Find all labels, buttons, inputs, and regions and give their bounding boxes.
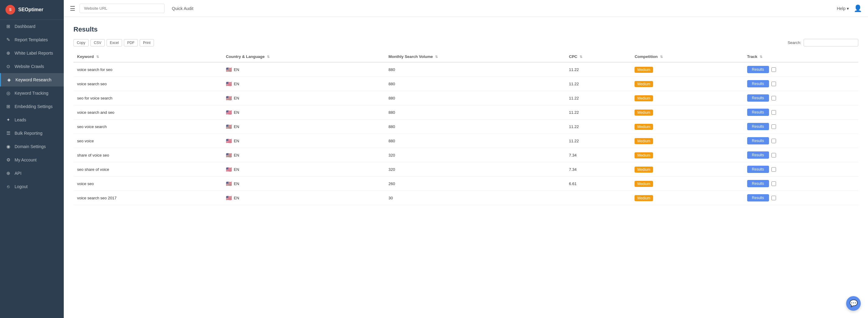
flag-icon: 🇺🇸	[226, 138, 232, 144]
main-area: ☰ Quick Audit Help ▾ 👤 Results CopyCSVEx…	[64, 0, 868, 318]
competition-cell: Medium	[631, 162, 743, 177]
sort-icon[interactable]: ⇅	[660, 55, 663, 59]
track-checkbox[interactable]	[771, 67, 776, 72]
keyword-cell: share of voice seo	[73, 148, 222, 162]
results-button[interactable]: Results	[747, 80, 769, 87]
user-icon[interactable]: 👤	[854, 5, 862, 12]
track-checkbox[interactable]	[771, 82, 776, 86]
bulk-reporting-icon: ☰	[5, 130, 11, 136]
search-area: Search:	[787, 39, 858, 46]
col-cpc: CPC ⇅	[565, 51, 631, 62]
track-checkbox[interactable]	[771, 196, 776, 200]
cpc-cell: 11.22	[565, 77, 631, 91]
sidebar-item-keyword-research[interactable]: ◈ Keyword Research	[0, 73, 64, 87]
topbar-right: Help ▾ 👤	[837, 5, 862, 12]
keyword-tracking-icon: ◎	[5, 90, 11, 96]
track-checkbox[interactable]	[771, 139, 776, 143]
track-checkbox[interactable]	[771, 110, 776, 115]
dashboard-icon: ⊞	[5, 24, 11, 29]
sidebar-item-logout[interactable]: ⎋ Logout	[0, 180, 64, 193]
sidebar-item-leads[interactable]: ✦ Leads	[0, 113, 64, 127]
results-button[interactable]: Results	[747, 166, 769, 173]
sidebar-item-white-label-reports[interactable]: ⊕ White Label Reports	[0, 46, 64, 60]
sidebar-item-keyword-tracking[interactable]: ◎ Keyword Tracking	[0, 87, 64, 100]
website-crawls-icon: ⊙	[5, 64, 11, 69]
sidebar-item-api[interactable]: ⊕ API	[0, 167, 64, 180]
flag-icon: 🇺🇸	[226, 95, 232, 101]
country-cell: 🇺🇸EN	[222, 191, 385, 205]
keyword-cell: voice search for seo	[73, 62, 222, 77]
sort-icon[interactable]: ⇅	[96, 55, 99, 59]
sidebar-label-website-crawls: Website Crawls	[14, 64, 44, 69]
quick-audit-button[interactable]: Quick Audit	[169, 4, 196, 13]
help-button[interactable]: Help ▾	[837, 6, 849, 11]
track-cell: Results	[744, 105, 858, 120]
results-button[interactable]: Results	[747, 108, 769, 116]
results-button[interactable]: Results	[747, 137, 769, 145]
sidebar-label-leads: Leads	[14, 118, 26, 122]
track-checkbox[interactable]	[771, 96, 776, 100]
competition-badge: Medium	[634, 195, 653, 201]
toolbar-pdf-button[interactable]: PDF	[124, 39, 138, 46]
keyword-cell: voice seo	[73, 177, 222, 191]
domain-settings-icon: ◉	[5, 144, 11, 149]
competition-cell: Medium	[631, 134, 743, 148]
volume-cell: 880	[385, 91, 565, 105]
api-icon: ⊕	[5, 170, 11, 176]
sidebar-label-logout: Logout	[14, 184, 28, 189]
competition-badge: Medium	[634, 109, 653, 116]
sidebar-label-embedding-settings: Embedding Settings	[14, 104, 53, 109]
cpc-cell: 7.34	[565, 162, 631, 177]
sort-icon[interactable]: ⇅	[435, 55, 438, 59]
search-input[interactable]	[804, 39, 858, 46]
content-area: Results CopyCSVExcelPDFPrint Search: Key…	[64, 17, 868, 318]
competition-badge: Medium	[634, 138, 653, 144]
report-templates-icon: ✎	[5, 37, 11, 42]
sidebar: S SEOptimer ⊞ Dashboard ✎ Report Templat…	[0, 0, 64, 318]
table-row: voice search seo🇺🇸EN88011.22Medium Resul…	[73, 77, 858, 91]
sidebar-item-website-crawls[interactable]: ⊙ Website Crawls	[0, 60, 64, 73]
menu-icon[interactable]: ☰	[70, 5, 75, 12]
results-button[interactable]: Results	[747, 94, 769, 102]
volume-cell: 260	[385, 177, 565, 191]
results-button[interactable]: Results	[747, 180, 769, 187]
toolbar-print-button[interactable]: Print	[140, 39, 154, 46]
toolbar-excel-button[interactable]: Excel	[106, 39, 122, 46]
toolbar-copy-button[interactable]: Copy	[73, 39, 89, 46]
results-button[interactable]: Results	[747, 123, 769, 130]
results-button[interactable]: Results	[747, 66, 769, 73]
results-button[interactable]: Results	[747, 151, 769, 159]
sidebar-item-dashboard[interactable]: ⊞ Dashboard	[0, 20, 64, 33]
sidebar-item-my-account[interactable]: ⚙ My Account	[0, 153, 64, 167]
competition-badge: Medium	[634, 67, 653, 73]
sort-icon[interactable]: ⇅	[580, 55, 582, 59]
embedding-settings-icon: ⊞	[5, 104, 11, 109]
track-checkbox[interactable]	[771, 182, 776, 186]
table-row: seo voice search🇺🇸EN88011.22Medium Resul…	[73, 120, 858, 134]
competition-badge: Medium	[634, 124, 653, 130]
country-cell: 🇺🇸EN	[222, 120, 385, 134]
track-checkbox[interactable]	[771, 153, 776, 157]
cpc-cell: 11.22	[565, 91, 631, 105]
volume-cell: 320	[385, 148, 565, 162]
sort-icon[interactable]: ⇅	[267, 55, 270, 59]
sort-icon[interactable]: ⇅	[760, 55, 762, 59]
track-checkbox[interactable]	[771, 167, 776, 172]
chat-bubble[interactable]: 💬	[846, 296, 861, 311]
sidebar-item-domain-settings[interactable]: ◉ Domain Settings	[0, 140, 64, 153]
toolbar-csv-button[interactable]: CSV	[91, 39, 105, 46]
flag-icon: 🇺🇸	[226, 67, 232, 72]
competition-cell: Medium	[631, 120, 743, 134]
country-cell: 🇺🇸EN	[222, 91, 385, 105]
sidebar-item-bulk-reporting[interactable]: ☰ Bulk Reporting	[0, 127, 64, 140]
sidebar-item-report-templates[interactable]: ✎ Report Templates	[0, 33, 64, 46]
country-cell: 🇺🇸EN	[222, 105, 385, 120]
url-input[interactable]	[80, 4, 164, 13]
cpc-cell: 11.22	[565, 105, 631, 120]
track-checkbox[interactable]	[771, 124, 776, 129]
sidebar-item-embedding-settings[interactable]: ⊞ Embedding Settings	[0, 100, 64, 113]
keyword-cell: seo voice search	[73, 120, 222, 134]
results-button[interactable]: Results	[747, 194, 769, 201]
volume-cell: 880	[385, 134, 565, 148]
cpc-cell: 11.22	[565, 134, 631, 148]
